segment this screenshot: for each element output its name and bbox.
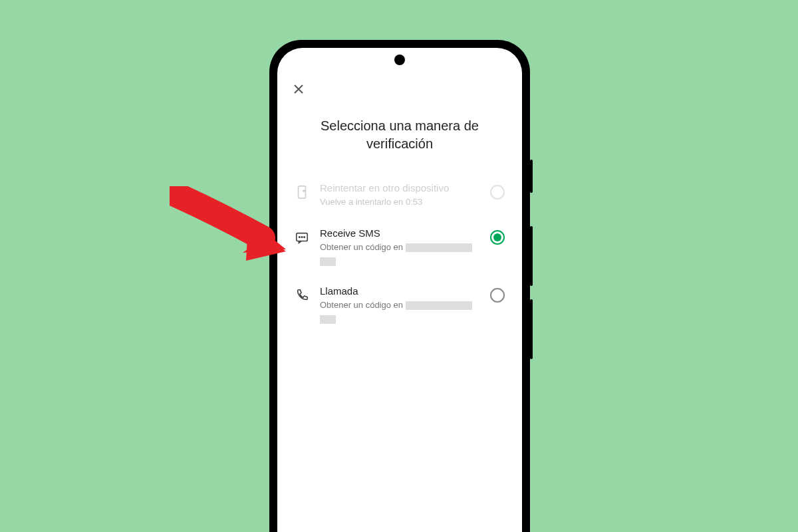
option-subtitle: Obtener un código en bbox=[320, 241, 479, 267]
radio-retry bbox=[490, 185, 505, 200]
phone-screen: Selecciona una manera de verificación Re… bbox=[277, 48, 522, 532]
subtitle-prefix: Obtener un código en bbox=[320, 300, 403, 310]
option-subtitle: Vuelve a intentarlo en 0:53 bbox=[320, 196, 479, 209]
content-area: Selecciona una manera de verificación Re… bbox=[277, 48, 522, 334]
radio-sms[interactable] bbox=[490, 230, 505, 245]
option-title: Reintentar en otro dispositivo bbox=[320, 182, 479, 194]
option-call[interactable]: Llamada Obtener un código en bbox=[292, 276, 507, 334]
option-subtitle: Obtener un código en bbox=[320, 299, 479, 325]
phone-camera bbox=[394, 55, 405, 65]
phone-icon bbox=[295, 288, 309, 303]
radio-call[interactable] bbox=[490, 288, 505, 303]
option-receive-sms[interactable]: Receive SMS Obtener un código en bbox=[292, 218, 507, 276]
redacted-number bbox=[406, 243, 472, 252]
subtitle-prefix: Obtener un código en bbox=[320, 242, 403, 252]
page-title: Selecciona una manera de verificación bbox=[305, 117, 494, 153]
option-text: Reintentar en otro dispositivo Vuelve a … bbox=[320, 182, 479, 209]
device-icon bbox=[295, 185, 309, 200]
option-title: Receive SMS bbox=[320, 227, 479, 239]
option-text: Receive SMS Obtener un código en bbox=[320, 227, 479, 267]
svg-point-4 bbox=[304, 236, 305, 237]
option-retry-device: Reintentar en otro dispositivo Vuelve a … bbox=[292, 173, 507, 218]
phone-side-button bbox=[530, 160, 533, 193]
svg-point-2 bbox=[299, 236, 300, 237]
option-text: Llamada Obtener un código en bbox=[320, 285, 479, 325]
phone-side-button bbox=[530, 226, 533, 286]
svg-point-3 bbox=[301, 236, 302, 237]
redacted-number bbox=[320, 315, 336, 324]
sms-icon bbox=[295, 230, 309, 245]
phone-frame: Selecciona una manera de verificación Re… bbox=[269, 40, 530, 532]
redacted-number bbox=[406, 301, 472, 310]
phone-side-button bbox=[530, 299, 533, 359]
close-icon[interactable] bbox=[292, 81, 507, 98]
option-title: Llamada bbox=[320, 285, 479, 297]
redacted-number bbox=[320, 257, 336, 266]
